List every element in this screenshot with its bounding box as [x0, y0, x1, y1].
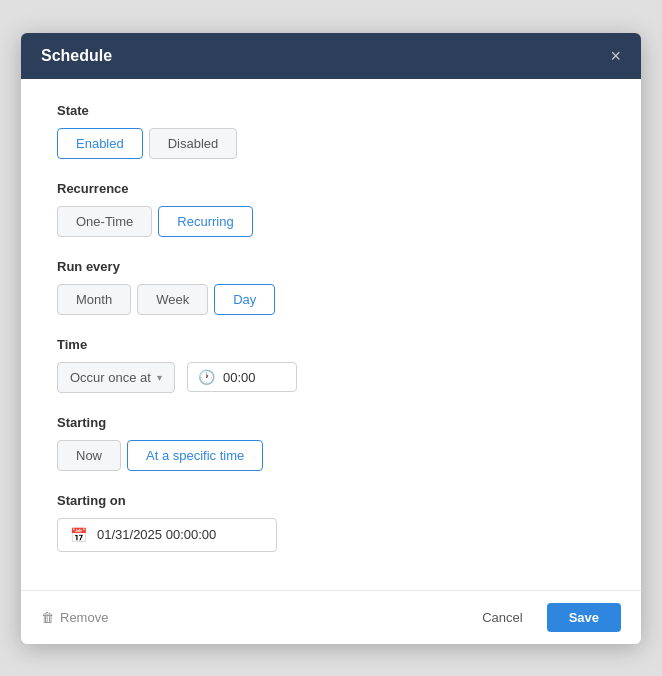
- starting-on-label: Starting on: [57, 493, 605, 508]
- chevron-down-icon: ▾: [157, 372, 162, 383]
- starting-on-row: 📅 01/31/2025 00:00:00: [57, 518, 277, 552]
- state-enabled-button[interactable]: Enabled: [57, 128, 143, 159]
- one-time-button[interactable]: One-Time: [57, 206, 152, 237]
- starting-section: Starting Now At a specific time: [57, 415, 605, 471]
- week-button[interactable]: Week: [137, 284, 208, 315]
- state-label: State: [57, 103, 605, 118]
- calendar-icon: 📅: [70, 527, 87, 543]
- time-row: Occur once at ▾ 🕐: [57, 362, 605, 393]
- close-button[interactable]: ×: [610, 47, 621, 65]
- cancel-button[interactable]: Cancel: [468, 603, 536, 632]
- time-section: Time Occur once at ▾ 🕐: [57, 337, 605, 393]
- state-disabled-button[interactable]: Disabled: [149, 128, 238, 159]
- remove-button[interactable]: 🗑 Remove: [41, 610, 108, 625]
- starting-on-section: Starting on 📅 01/31/2025 00:00:00: [57, 493, 605, 552]
- save-button[interactable]: Save: [547, 603, 621, 632]
- starting-btn-group: Now At a specific time: [57, 440, 605, 471]
- recurrence-section: Recurrence One-Time Recurring: [57, 181, 605, 237]
- state-section: State Enabled Disabled: [57, 103, 605, 159]
- run-every-section: Run every Month Week Day: [57, 259, 605, 315]
- recurrence-label: Recurrence: [57, 181, 605, 196]
- day-button[interactable]: Day: [214, 284, 275, 315]
- modal-footer: 🗑 Remove Cancel Save: [21, 590, 641, 644]
- run-every-btn-group: Month Week Day: [57, 284, 605, 315]
- starting-label: Starting: [57, 415, 605, 430]
- run-every-label: Run every: [57, 259, 605, 274]
- recurrence-btn-group: One-Time Recurring: [57, 206, 605, 237]
- time-input[interactable]: [223, 370, 283, 385]
- modal-body: State Enabled Disabled Recurrence One-Ti…: [21, 79, 641, 590]
- starting-on-date: 01/31/2025 00:00:00: [97, 527, 216, 542]
- footer-right: Cancel Save: [468, 603, 621, 632]
- time-label: Time: [57, 337, 605, 352]
- state-btn-group: Enabled Disabled: [57, 128, 605, 159]
- now-button[interactable]: Now: [57, 440, 121, 471]
- clock-icon: 🕐: [198, 369, 215, 385]
- time-input-wrap: 🕐: [187, 362, 297, 392]
- remove-label: Remove: [60, 610, 108, 625]
- recurring-button[interactable]: Recurring: [158, 206, 252, 237]
- modal-title: Schedule: [41, 47, 112, 65]
- occur-once-dropdown[interactable]: Occur once at ▾: [57, 362, 175, 393]
- occur-once-label: Occur once at: [70, 370, 151, 385]
- month-button[interactable]: Month: [57, 284, 131, 315]
- specific-time-button[interactable]: At a specific time: [127, 440, 263, 471]
- modal-header: Schedule ×: [21, 33, 641, 79]
- schedule-modal: Schedule × State Enabled Disabled Recurr…: [21, 33, 641, 644]
- trash-icon: 🗑: [41, 610, 54, 625]
